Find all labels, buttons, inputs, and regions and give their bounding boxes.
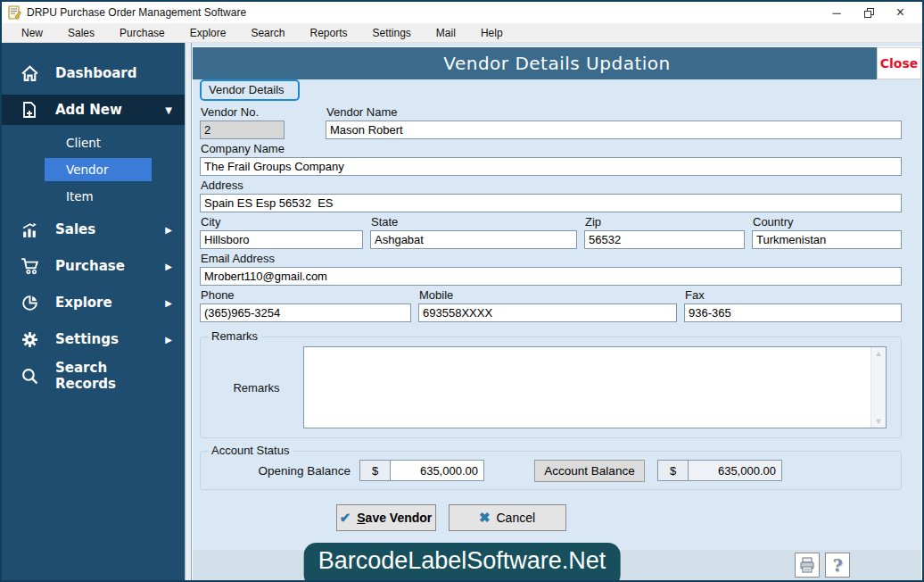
sidebar-item-search-records[interactable]: Search Records <box>2 361 185 391</box>
chevron-down-icon: ▼ <box>165 105 172 115</box>
menu-search[interactable]: Search <box>238 24 297 42</box>
address-field[interactable] <box>200 194 902 212</box>
email-label: Email Address <box>201 252 902 265</box>
menu-reports[interactable]: Reports <box>297 24 359 42</box>
company-name-label: Company Name <box>201 142 902 155</box>
sidebar-item-sales[interactable]: Sales ▶ <box>2 214 185 245</box>
minimize-icon[interactable]: ─ <box>832 7 840 19</box>
menu-purchase[interactable]: Purchase <box>107 24 177 42</box>
add-document-icon <box>20 100 39 120</box>
search-icon <box>20 366 39 386</box>
email-field[interactable] <box>200 267 902 286</box>
country-field[interactable] <box>752 230 902 249</box>
zip-label: Zip <box>585 215 745 229</box>
city-label: City <box>201 215 363 229</box>
remarks-scrollbar[interactable]: ▲ ▼ <box>870 347 886 428</box>
main-panel: Vendor Details Updation Close Vendor Det… <box>192 46 922 580</box>
remarks-group: Remarks Remarks ▲ ▼ <box>200 337 902 438</box>
sidebar-item-label: Dashboard <box>55 65 136 81</box>
watermark-text: BarcodeLabelSoftware.Net <box>318 547 606 574</box>
menu-help[interactable]: Help <box>468 24 516 42</box>
sidebar-item-settings[interactable]: Settings ▶ <box>2 324 185 354</box>
sidebar-item-label: Add New <box>55 102 122 118</box>
account-status-group-label: Account Status <box>208 444 293 457</box>
restore-icon[interactable] <box>864 8 873 17</box>
chevron-right-icon: ▶ <box>165 262 172 271</box>
sidebar-item-item[interactable]: Item <box>45 185 152 208</box>
state-field[interactable] <box>370 230 577 249</box>
state-label: State <box>371 215 577 229</box>
scroll-down-icon[interactable]: ▼ <box>875 417 883 426</box>
city-field[interactable] <box>200 230 363 249</box>
window-close-icon[interactable]: × <box>896 5 904 20</box>
window-title: DRPU Purchase Order Management Software <box>27 6 246 19</box>
menu-mail[interactable]: Mail <box>424 24 468 42</box>
fax-field[interactable] <box>684 303 902 322</box>
country-label: Country <box>753 215 902 229</box>
question-mark-icon: ? <box>832 555 842 575</box>
sidebar-item-client[interactable]: Client <box>45 131 152 154</box>
close-button[interactable]: Close <box>877 47 921 79</box>
vendor-name-field[interactable] <box>326 121 902 139</box>
cancel-button[interactable]: ✖ Cancel <box>449 504 566 531</box>
address-label: Address <box>201 179 902 192</box>
save-vendor-button[interactable]: ✔ Save Vendor <box>336 504 436 531</box>
add-new-submenu: Client Vendor Item <box>2 131 185 208</box>
sidebar-item-label: Sales <box>55 221 95 237</box>
account-balance-field[interactable] <box>688 460 782 481</box>
sidebar-item-label: Explore <box>55 295 112 311</box>
fax-label: Fax <box>685 288 902 302</box>
title-bar: DRPU Purchase Order Management Software … <box>2 2 922 23</box>
account-balance-button[interactable]: Account Balance <box>534 460 645 482</box>
company-name-field[interactable] <box>200 157 902 176</box>
vendor-no-label: Vendor No. <box>201 105 318 119</box>
gear-icon <box>20 329 39 349</box>
cart-icon <box>20 256 39 276</box>
chevron-right-icon: ▶ <box>165 335 172 345</box>
opening-balance-field[interactable] <box>390 460 484 481</box>
sales-chart-icon <box>20 220 39 239</box>
x-icon: ✖ <box>479 510 491 526</box>
phone-field[interactable] <box>200 303 411 322</box>
sidebar-item-label: Settings <box>55 331 119 347</box>
home-icon <box>20 63 39 83</box>
sidebar-subitem-label: Client <box>66 136 101 150</box>
sidebar-item-purchase[interactable]: Purchase ▶ <box>2 251 185 281</box>
save-vendor-label: Save Vendor <box>357 511 432 525</box>
sidebar-item-explore[interactable]: Explore ▶ <box>2 287 185 318</box>
tab-vendor-details[interactable]: Vendor Details <box>200 79 300 101</box>
cancel-label: Cancel <box>496 511 535 525</box>
sidebar: Dashboard Add New ▼ Client Vendor Item <box>2 43 185 580</box>
sidebar-item-vendor[interactable]: Vendor <box>45 158 152 181</box>
mobile-label: Mobile <box>419 288 677 302</box>
sidebar-item-dashboard[interactable]: Dashboard <box>2 58 185 88</box>
action-buttons: ✔ Save Vendor ✖ Cancel <box>100 504 802 531</box>
vendor-no-field[interactable] <box>200 121 285 139</box>
remarks-field-label: Remarks <box>210 381 303 395</box>
vendor-name-label: Vendor Name <box>326 105 902 119</box>
vendor-form: Vendor Details Vendor No. Vendor Name Co… <box>193 79 921 580</box>
scroll-up-icon[interactable]: ▲ <box>875 349 883 358</box>
sidebar-subitem-label: Item <box>66 189 94 204</box>
currency-symbol: $ <box>657 460 688 481</box>
app-logo-icon <box>7 5 21 20</box>
zip-field[interactable] <box>584 230 745 249</box>
sidebar-subitem-label: Vendor <box>66 162 108 177</box>
menu-sales[interactable]: Sales <box>55 24 107 42</box>
opening-balance-label: Opening Balance <box>210 464 359 478</box>
menu-new[interactable]: New <box>9 24 55 42</box>
menu-settings[interactable]: Settings <box>360 24 424 42</box>
menu-explore[interactable]: Explore <box>177 24 239 42</box>
mobile-field[interactable] <box>418 303 677 322</box>
check-icon: ✔ <box>340 510 351 526</box>
watermark-badge: BarcodeLabelSoftware.Net <box>304 543 621 582</box>
panel-header: Vendor Details Updation Close <box>193 47 921 79</box>
remarks-field[interactable] <box>304 347 870 428</box>
account-status-group: Account Status Opening Balance $ Account… <box>200 451 902 490</box>
print-button[interactable] <box>795 553 820 578</box>
app-window: DRPU Purchase Order Management Software … <box>0 0 924 582</box>
chevron-right-icon: ▶ <box>165 225 172 235</box>
sidebar-gutter <box>185 43 192 580</box>
sidebar-item-add-new[interactable]: Add New ▼ <box>2 95 185 125</box>
help-button[interactable]: ? <box>825 553 850 578</box>
